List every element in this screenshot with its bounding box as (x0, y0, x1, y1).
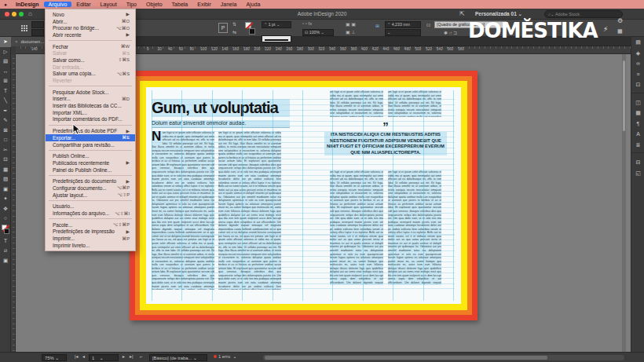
menubar-item-janela[interactable]: Janela (216, 2, 242, 7)
spread-red-frame[interactable]: Gum, ut voluptatia Dolum eatur sinvendit… (130, 71, 478, 320)
links-panel-icon[interactable]: ∞ (631, 58, 644, 69)
distribute-icon[interactable]: ▣ ⊥ (346, 29, 356, 35)
menu-item-imprimir[interactable]: Imprimir...⌘P (46, 235, 135, 242)
cc-libraries-panel-icon[interactable]: ◫ (631, 97, 644, 108)
intro-column[interactable]: am fugit ut et ipsum velet officiate vol… (388, 90, 441, 117)
menubar-item-exibir[interactable]: Exibir (192, 2, 216, 7)
misc-control-icons[interactable]: ✱ ⑁ ⊐ (444, 30, 457, 35)
effects-panel-icon[interactable]: ⊟ (631, 157, 644, 168)
swatches-panel-icon[interactable]: ▦ (631, 108, 644, 119)
eyedropper-tool-icon[interactable]: ✦ (0, 194, 11, 204)
preflight-error-status[interactable]: 1 erro ⌄ (214, 354, 236, 359)
gradient-feather-tool-icon[interactable]: ▨ (0, 174, 11, 185)
menubar-item-objeto[interactable]: Objeto (141, 2, 167, 7)
direct-selection-tool-icon[interactable]: ▷ (0, 47, 11, 57)
fill-stroke-swatches[interactable] (0, 224, 11, 236)
scissors-tool-icon[interactable]: ✂ (0, 145, 11, 155)
gear-icon[interactable]: ⚙ (617, 17, 623, 24)
body-column[interactable]: am fugit ut et ipsum velet officiate vol… (330, 170, 383, 285)
menu-item-salvar-como[interactable]: Salvar como...⇧⌘S (46, 57, 135, 64)
page-number-field[interactable]: 1 ⌄ (89, 354, 119, 361)
menubar-item-arquivo[interactable]: Arquivo (44, 2, 72, 7)
stroke-swatch[interactable] (4, 229, 9, 234)
gradient-swatch-tool-icon[interactable]: ▦ (0, 165, 11, 175)
menu-item-informa-es-do-arquivo[interactable]: Informações do arquivo...⌥⇧⌘I (46, 210, 135, 217)
reference-point-proxy[interactable] (21, 25, 27, 31)
grid-icon[interactable]: ▦ (617, 28, 623, 35)
menu-item-abrir-recente[interactable]: Abrir recente▶ (46, 31, 135, 38)
body-column[interactable]: Nam fugit ut et ipsum velet officiate vo… (152, 131, 214, 290)
next-page-button[interactable]: ▸ (123, 354, 125, 359)
x-position-field[interactable] (31, 21, 44, 28)
menu-item-publish-online[interactable]: Publish Online... (46, 152, 135, 159)
menu-item-painel-do-publish-online[interactable]: Painel do Publish Online... (46, 166, 135, 174)
intro-column[interactable]: am fugit ut et ipsum velet officiate vol… (330, 90, 383, 117)
opacity-field[interactable]: ⊡ 100% ⌄ (302, 29, 334, 36)
vertical-ruler[interactable] (11, 54, 16, 352)
menu-item-exportar[interactable]: Exportar...⌘E (46, 134, 135, 141)
menubar-item-ajuda[interactable]: Ajuda (241, 2, 265, 7)
horizontal-scrollbar[interactable] (263, 355, 624, 360)
pages-panel-icon[interactable]: ▤ (631, 37, 644, 48)
page-spread[interactable]: Gum, ut voluptatia Dolum eatur sinvendit… (146, 87, 461, 304)
formatting-text-icon[interactable]: T (0, 236, 11, 247)
menu-item-predefini-es-do-adobe-pdf[interactable]: Predefinições do Adobe PDF▶ (46, 127, 135, 134)
menu-item-procurar-no-bridge[interactable]: Procurar no Bridge...⌥⌘O (46, 24, 135, 31)
first-page-button[interactable]: |◂ (75, 354, 78, 359)
menubar-item-tabela[interactable]: Tabela (167, 2, 193, 7)
stroke-color-swatch[interactable] (249, 28, 255, 35)
pull-quote-text[interactable]: ITA NISTISCIDI ALIQUI CUM RESTIBUSTIIS A… (324, 132, 447, 155)
corner-options-icon[interactable]: ⊞ (375, 23, 379, 28)
flip-horizontal-icon[interactable]: ⇅ (232, 21, 236, 27)
apple-menu-icon[interactable]: ● (0, 2, 11, 7)
zoom-level-dropdown[interactable]: 75% ⌄ (42, 354, 67, 361)
preflight-profile-dropdown[interactable]: [Básico] (de traba... ⌄ (149, 354, 207, 361)
content-collector-tool-icon[interactable]: ⊞ (0, 76, 11, 86)
workspace-switcher[interactable]: Personalizada 01 ⌄ (475, 9, 522, 20)
screen-mode-icon[interactable]: ▣ (0, 256, 11, 266)
menu-item-salvar-uma-c-pia[interactable]: Salvar uma cópia...⌥⌘S (46, 71, 135, 78)
stock-search-input[interactable]: ⌕⌄ Adobe Stock (544, 10, 623, 18)
preflight-menu-icon[interactable]: ⌐ (140, 354, 142, 359)
rectangle-tool-icon[interactable]: □ (0, 135, 11, 145)
text-wrap-panel-icon[interactable]: ◱ (631, 168, 644, 179)
menu-item-pesquisar-adobe-stock[interactable]: Pesquisar Adobe Stock... (46, 89, 135, 96)
fill-color-swatch[interactable] (245, 22, 251, 28)
paragraph-panel-icon[interactable]: ¶ (631, 119, 644, 130)
close-tab-icon[interactable]: × (15, 39, 18, 44)
type-tool-icon[interactable]: T (0, 86, 11, 97)
page-tool-icon[interactable]: ▤ (0, 57, 11, 67)
menu-item-compartilhar-para-revis-o[interactable]: Compartilhar para revisão... (46, 141, 135, 148)
menu-item-novo[interactable]: Novo▶ (46, 11, 135, 18)
align-icons[interactable]: ▣ ▣ (346, 21, 356, 27)
menu-item-dar-entrada[interactable]: Dar entrada... (46, 64, 135, 71)
menu-item-imprimir-livreto[interactable]: Imprimir livreto... (46, 242, 135, 249)
menu-item-fechar[interactable]: Fechar⌘W (46, 43, 135, 50)
menu-item-pacote[interactable]: Pacote...⌥⇧⌘P (46, 221, 135, 229)
previous-page-button[interactable]: ◂ (82, 354, 85, 359)
vertical-scrollbar[interactable] (622, 54, 626, 352)
stroke-style-dropdown[interactable] (262, 35, 291, 42)
subhead-text[interactable]: Dolum eatur sinvendit ommolor audae. (152, 120, 290, 128)
paragraph-styles-panel-icon[interactable]: ≣ (631, 140, 644, 151)
layers-panel-icon[interactable]: ◈ (631, 48, 644, 59)
menu-item-reverter[interactable]: Reverter (46, 77, 135, 84)
align-panel-icon[interactable]: ⊡ (631, 79, 644, 90)
pen-tool-icon[interactable]: ✒ (0, 106, 11, 116)
character-panel-icon[interactable]: A (631, 129, 644, 140)
gap-tool-icon[interactable]: ↔ (0, 67, 11, 77)
share-icon[interactable]: ⇱ (459, 10, 465, 17)
menu-item-salvar[interactable]: Salvar⌘S (46, 49, 135, 57)
zoom-tool-icon[interactable]: ○ (0, 214, 11, 224)
corner-radius-field[interactable]: ⌃ 4,233 mm (385, 21, 421, 28)
menu-item-usu-rio[interactable]: Usuário... (46, 203, 135, 210)
menu-item-inserir-das-bibliotecas-da-cc[interactable]: Inserir das Bibliotecas da CC... (46, 102, 135, 109)
effects-square-icon[interactable]: ▫ ▫ fx (302, 21, 312, 26)
note-tool-icon[interactable]: ▣ (0, 185, 11, 195)
stroke-weight-field[interactable]: ⌃ 1 pt ⌄ (262, 21, 291, 28)
last-page-button[interactable]: ▸| (130, 354, 133, 359)
stroke-panel-icon[interactable]: ≡ (631, 69, 644, 80)
menu-item-abrir[interactable]: Abrir...⌘O (46, 18, 135, 25)
selection-tool-icon[interactable]: ➤ (0, 37, 11, 47)
menu-item-predefini-es-de-impress-o[interactable]: Predefinições de impressão▶ (46, 229, 135, 236)
